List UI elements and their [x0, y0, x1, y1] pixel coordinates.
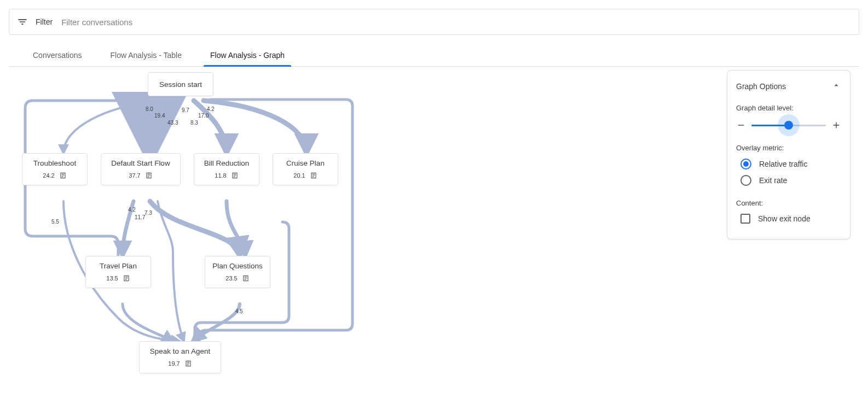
edge-label: 43.3	[167, 120, 178, 126]
node-title: Session start	[159, 80, 202, 89]
node-value: 23.5	[225, 275, 237, 282]
node-title: Troubleshoot	[33, 159, 76, 167]
tab-conversations[interactable]: Conversations	[26, 51, 89, 66]
tab-flow-graph[interactable]: Flow Analysis - Graph	[204, 51, 291, 66]
content-label: Content:	[736, 199, 841, 207]
node-value: 11.8	[215, 172, 226, 179]
node-travel-plan[interactable]: Travel Plan 13.5	[85, 256, 151, 288]
detail-level-label: Graph detail level:	[736, 104, 841, 112]
edge-label: 11.7	[135, 214, 145, 220]
radio-icon	[740, 159, 751, 169]
node-cruise-plan[interactable]: Cruise Plan 20.1	[273, 153, 338, 185]
edge-label: 4.2	[207, 106, 215, 112]
filter-icon	[17, 16, 28, 27]
details-icon[interactable]	[145, 172, 153, 179]
node-value: 20.1	[293, 172, 305, 179]
overlay-metric-label: Overlay metric:	[736, 144, 841, 152]
details-icon[interactable]	[231, 172, 239, 179]
details-icon[interactable]	[123, 274, 130, 282]
node-value: 19.7	[168, 360, 180, 367]
node-title: Travel Plan	[100, 262, 137, 270]
radio-relative-traffic[interactable]: Relative traffic	[740, 159, 841, 169]
tab-row: Conversations Flow Analysis - Table Flow…	[9, 44, 859, 67]
minus-icon[interactable]	[736, 120, 746, 130]
details-icon[interactable]	[310, 172, 317, 179]
node-value: 37.7	[129, 172, 140, 179]
edge-label: 8.3	[190, 120, 198, 126]
node-troubleshoot[interactable]: Troubleshoot 24.2	[22, 153, 88, 185]
flow-graph-canvas[interactable]: Session start Troubleshoot 24.2 Default …	[9, 67, 720, 398]
node-default-start-flow[interactable]: Default Start Flow 37.7	[101, 153, 181, 185]
node-plan-questions[interactable]: Plan Questions 23.5	[205, 256, 270, 288]
radio-label: Exit rate	[759, 176, 787, 185]
edge-label: 5.5	[51, 219, 59, 225]
node-title: Default Start Flow	[111, 159, 170, 167]
node-speak-to-agent[interactable]: Speak to an Agent 19.7	[139, 341, 221, 373]
node-title: Speak to an Agent	[150, 347, 210, 355]
checkbox-show-exit-node[interactable]: Show exit node	[740, 214, 841, 224]
node-title: Cruise Plan	[286, 159, 325, 167]
radio-icon	[740, 175, 751, 186]
filter-label: Filter	[36, 17, 53, 26]
node-title: Plan Questions	[212, 262, 263, 270]
details-icon[interactable]	[59, 172, 67, 179]
details-icon[interactable]	[184, 360, 192, 367]
radio-exit-rate[interactable]: Exit rate	[740, 175, 841, 186]
node-bill-reduction[interactable]: Bill Reduction 11.8	[194, 153, 259, 185]
edge-label: 17.0	[198, 113, 209, 119]
checkbox-icon	[740, 214, 750, 224]
checkbox-label: Show exit node	[758, 214, 811, 223]
edge-label: 4.5	[235, 308, 243, 314]
tab-flow-table[interactable]: Flow Analysis - Table	[104, 51, 188, 66]
graph-options-panel: Graph Options Graph detail level: Overla…	[727, 70, 850, 239]
edge-label: 9.7	[182, 107, 189, 113]
panel-title: Graph Options	[736, 82, 786, 91]
filter-bar: Filter	[9, 9, 859, 35]
edge-label: 4.2	[128, 207, 136, 213]
filter-input[interactable]	[60, 17, 851, 27]
plus-icon[interactable]	[831, 120, 841, 130]
node-title: Bill Reduction	[204, 159, 250, 167]
details-icon[interactable]	[242, 274, 250, 282]
edge-label: 8.0	[146, 106, 153, 112]
node-session-start[interactable]: Session start	[148, 72, 213, 96]
svg-rect-0	[738, 125, 744, 125]
radio-label: Relative traffic	[759, 160, 807, 168]
detail-level-slider[interactable]	[751, 119, 826, 132]
edge-label: 19.4	[154, 113, 165, 119]
chevron-up-icon[interactable]	[831, 80, 841, 92]
node-value: 24.2	[43, 172, 54, 179]
node-value: 13.5	[106, 275, 118, 282]
edge-label: 7.3	[144, 210, 152, 216]
